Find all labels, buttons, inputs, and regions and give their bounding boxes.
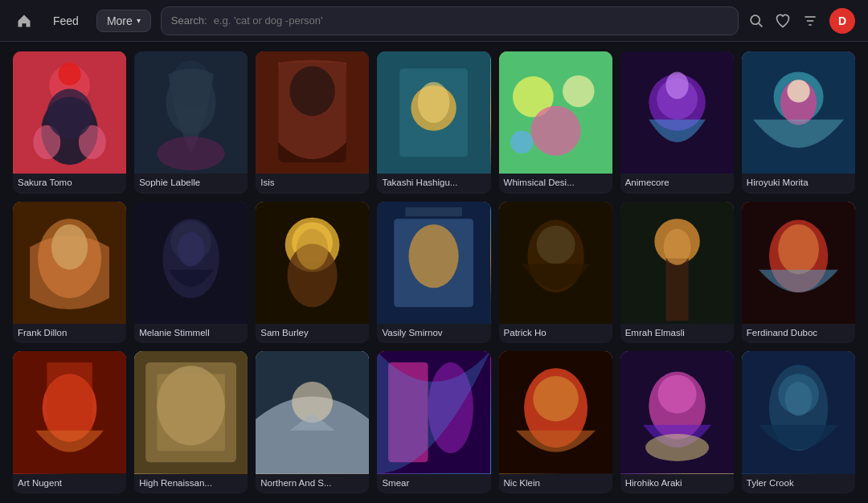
- card-artwork: [13, 202, 126, 324]
- svg-rect-57: [665, 258, 688, 321]
- card-label: Hiroyuki Morita: [742, 174, 855, 192]
- card-label: Ferdinand Duboc: [742, 324, 855, 342]
- card-artwork: [499, 351, 612, 473]
- card-artwork: [256, 51, 369, 174]
- card-artwork: [13, 51, 126, 174]
- svg-point-47: [297, 229, 329, 270]
- svg-point-15: [157, 137, 225, 170]
- filter-button[interactable]: [802, 13, 818, 29]
- card-item[interactable]: High Renaissan...: [134, 351, 248, 493]
- svg-rect-68: [157, 374, 225, 452]
- svg-point-54: [536, 225, 575, 264]
- card-artwork: [377, 351, 490, 473]
- svg-point-0: [751, 15, 760, 24]
- svg-point-76: [533, 376, 578, 421]
- card-label: Isis: [256, 174, 369, 192]
- card-artwork: [256, 202, 369, 324]
- card-artwork: [256, 351, 369, 473]
- card-artwork: [13, 351, 126, 473]
- card-label: Sam Burley: [256, 324, 369, 342]
- card-item[interactable]: Hiroyuki Morita: [742, 51, 855, 194]
- svg-point-26: [530, 106, 580, 156]
- svg-point-11: [47, 89, 92, 139]
- svg-point-50: [409, 224, 459, 288]
- card-label: Sakura Tomo: [13, 174, 126, 192]
- svg-point-84: [784, 382, 812, 415]
- card-item[interactable]: Sophie Labelle: [134, 51, 248, 194]
- card-item[interactable]: Tyler Crook: [742, 351, 855, 493]
- card-item[interactable]: Melanie Stimmell: [134, 202, 248, 344]
- artwork-grid: Sakura TomoSophie LabelleIsisTakashi Has…: [0, 42, 868, 503]
- svg-point-38: [51, 224, 88, 269]
- card-item[interactable]: Frank Dillon: [13, 202, 126, 344]
- nav-icons: D: [748, 8, 855, 34]
- card-item[interactable]: Isis: [256, 51, 369, 194]
- svg-point-42: [178, 232, 205, 266]
- card-label: Art Nugent: [13, 474, 126, 493]
- search-label: Search:: [171, 14, 207, 27]
- card-item[interactable]: Ferdinand Duboc: [742, 202, 855, 344]
- svg-point-18: [290, 66, 335, 116]
- card-artwork: [134, 351, 248, 473]
- card-label: Emrah Elmasli: [620, 324, 734, 342]
- svg-rect-64: [47, 362, 92, 431]
- card-artwork: [742, 351, 855, 473]
- card-label: Whimsical Desi...: [499, 174, 612, 192]
- card-item[interactable]: Animecore: [620, 51, 734, 194]
- card-label: Smear: [377, 474, 490, 493]
- svg-point-61: [778, 224, 819, 274]
- card-label: Animecore: [620, 174, 734, 192]
- home-icon[interactable]: [13, 10, 35, 32]
- card-artwork: [499, 51, 612, 174]
- card-label: Northern And S...: [256, 474, 369, 493]
- card-item[interactable]: Art Nugent: [13, 351, 126, 493]
- card-item[interactable]: Sam Burley: [256, 202, 369, 344]
- favorites-button[interactable]: [775, 13, 791, 29]
- svg-rect-51: [406, 207, 463, 216]
- search-input[interactable]: [214, 14, 728, 27]
- card-item[interactable]: Vasily Smirnov: [377, 202, 490, 344]
- svg-point-22: [418, 82, 450, 123]
- more-button[interactable]: More ▾: [96, 10, 151, 32]
- svg-point-25: [563, 76, 595, 108]
- card-artwork: [499, 202, 612, 324]
- card-item[interactable]: Whimsical Desi...: [499, 51, 612, 194]
- card-item[interactable]: Nic Klein: [499, 351, 612, 493]
- card-artwork: [620, 202, 734, 324]
- card-item[interactable]: Patrick Ho: [499, 202, 612, 344]
- feed-button[interactable]: Feed: [45, 10, 87, 32]
- card-artwork: [742, 51, 855, 174]
- card-label: Hirohiko Araki: [620, 474, 734, 493]
- user-avatar[interactable]: D: [829, 8, 855, 34]
- card-item[interactable]: Northern And S...: [256, 351, 369, 493]
- card-item[interactable]: Hirohiko Araki: [620, 351, 734, 493]
- card-item[interactable]: Smear: [377, 351, 490, 493]
- card-label: Nic Klein: [499, 474, 612, 493]
- svg-point-79: [657, 375, 696, 414]
- card-label: Patrick Ho: [499, 324, 612, 342]
- card-artwork: [134, 51, 248, 174]
- svg-point-35: [787, 80, 809, 102]
- svg-point-31: [665, 72, 688, 99]
- card-label: High Renaissan...: [134, 474, 248, 493]
- svg-point-58: [663, 229, 690, 265]
- card-label: Tyler Crook: [742, 474, 855, 493]
- svg-line-1: [759, 23, 762, 27]
- card-artwork: [134, 202, 248, 324]
- search-bar: Search:: [161, 6, 739, 35]
- svg-point-27: [510, 131, 533, 153]
- topnav: Feed More ▾ Search: D: [0, 0, 868, 42]
- card-item[interactable]: Takashi Hashigu...: [377, 51, 490, 194]
- card-artwork: [377, 51, 490, 174]
- card-label: Frank Dillon: [13, 324, 126, 342]
- card-artwork: [620, 351, 734, 473]
- card-label: Vasily Smirnov: [377, 324, 490, 342]
- card-item[interactable]: Sakura Tomo: [13, 51, 126, 194]
- card-artwork: [377, 202, 490, 324]
- card-artwork: [742, 202, 855, 324]
- card-item[interactable]: Emrah Elmasli: [620, 202, 734, 344]
- card-label: Melanie Stimmell: [134, 324, 248, 342]
- svg-point-80: [645, 434, 709, 461]
- search-button[interactable]: [748, 13, 764, 28]
- card-label: Sophie Labelle: [134, 174, 248, 192]
